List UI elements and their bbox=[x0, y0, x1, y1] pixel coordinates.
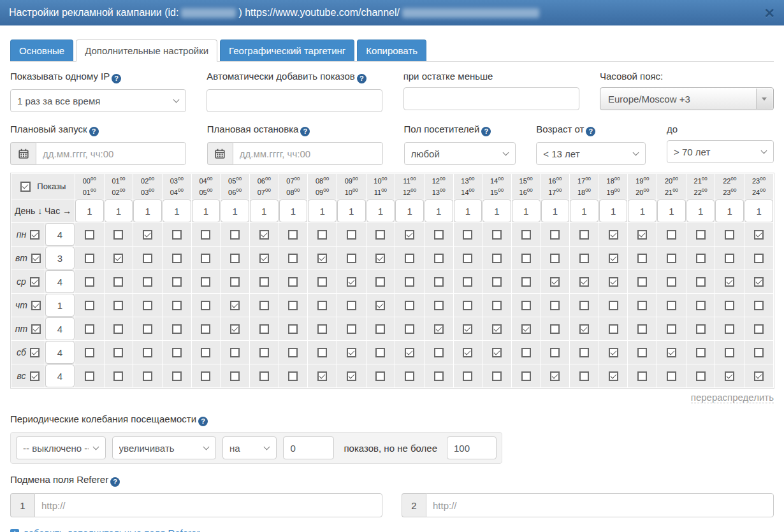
hour-checkbox[interactable] bbox=[143, 301, 152, 310]
hour-checkbox[interactable] bbox=[550, 371, 560, 381]
hour-checkbox[interactable] bbox=[434, 371, 444, 381]
hour-checkbox[interactable] bbox=[347, 324, 356, 334]
hour-checkbox[interactable] bbox=[405, 254, 414, 263]
hour-checkbox[interactable] bbox=[85, 301, 94, 310]
planned-stop-input[interactable] bbox=[233, 142, 383, 165]
hour-checkbox[interactable] bbox=[375, 348, 385, 357]
hour-default-input[interactable] bbox=[337, 199, 366, 222]
hour-checkbox[interactable] bbox=[85, 324, 94, 334]
hour-checkbox[interactable] bbox=[637, 371, 647, 381]
hour-checkbox[interactable] bbox=[637, 348, 647, 357]
hour-checkbox[interactable] bbox=[201, 324, 210, 334]
hour-checkbox[interactable] bbox=[579, 371, 589, 381]
hour-checkbox[interactable] bbox=[696, 230, 706, 240]
hour-checkbox[interactable] bbox=[201, 230, 210, 240]
day-shows-input[interactable] bbox=[45, 341, 75, 364]
hour-checkbox[interactable] bbox=[85, 254, 94, 263]
age-from-select[interactable]: < 13 лет bbox=[536, 142, 646, 165]
fluctuation-max-input[interactable] bbox=[447, 436, 497, 459]
hour-checkbox[interactable] bbox=[288, 301, 298, 310]
hour-checkbox[interactable] bbox=[521, 230, 531, 240]
fluctuation-unit-select[interactable]: на bbox=[222, 436, 277, 459]
day-shows-input[interactable] bbox=[45, 270, 75, 293]
hour-checkbox[interactable] bbox=[259, 348, 269, 357]
help-icon[interactable]: ? bbox=[481, 127, 491, 136]
hour-checkbox[interactable] bbox=[201, 348, 210, 357]
timezone-select[interactable]: Europe/Moscow +3 bbox=[600, 87, 774, 110]
hour-checkbox[interactable] bbox=[696, 348, 706, 357]
help-icon[interactable]: ? bbox=[300, 127, 310, 136]
hour-checkbox[interactable] bbox=[463, 230, 472, 240]
hour-default-input[interactable] bbox=[308, 199, 337, 222]
hour-checkbox[interactable] bbox=[375, 371, 385, 381]
day-shows-input[interactable] bbox=[45, 247, 75, 270]
hour-checkbox[interactable] bbox=[85, 230, 94, 240]
hour-checkbox[interactable] bbox=[696, 324, 706, 334]
hour-checkbox[interactable] bbox=[375, 230, 385, 240]
hour-checkbox[interactable] bbox=[172, 301, 182, 310]
tab-main[interactable]: Основные bbox=[10, 40, 73, 61]
hour-checkbox[interactable] bbox=[637, 254, 647, 263]
hour-checkbox[interactable] bbox=[609, 324, 618, 334]
hour-checkbox[interactable] bbox=[667, 324, 676, 334]
fluctuation-amount-input[interactable] bbox=[283, 436, 334, 459]
hour-checkbox[interactable] bbox=[259, 254, 269, 263]
hour-checkbox[interactable] bbox=[230, 277, 240, 287]
redistribute-link[interactable]: перераспределить bbox=[691, 392, 774, 403]
hour-checkbox[interactable] bbox=[85, 348, 94, 357]
hour-checkbox[interactable] bbox=[317, 348, 327, 357]
tab-additional-settings[interactable]: Дополнительные настройки bbox=[76, 40, 217, 62]
referer-input-1[interactable] bbox=[34, 493, 382, 517]
hour-checkbox[interactable] bbox=[725, 277, 734, 287]
hour-checkbox[interactable] bbox=[405, 301, 414, 310]
hour-checkbox[interactable] bbox=[347, 277, 356, 287]
hour-default-input[interactable] bbox=[454, 199, 483, 222]
hour-checkbox[interactable] bbox=[317, 301, 327, 310]
hour-checkbox[interactable] bbox=[405, 277, 414, 287]
hour-checkbox[interactable] bbox=[667, 348, 676, 357]
hour-checkbox[interactable] bbox=[405, 348, 414, 357]
hour-checkbox[interactable] bbox=[637, 230, 647, 240]
hour-checkbox[interactable] bbox=[113, 230, 123, 240]
hour-checkbox[interactable] bbox=[375, 324, 385, 334]
hour-checkbox[interactable] bbox=[609, 230, 618, 240]
hour-checkbox[interactable] bbox=[288, 324, 298, 334]
hour-checkbox[interactable] bbox=[317, 230, 327, 240]
help-icon[interactable]: ? bbox=[110, 477, 120, 487]
hour-checkbox[interactable] bbox=[85, 277, 94, 287]
hour-checkbox[interactable] bbox=[143, 230, 152, 240]
hour-checkbox[interactable] bbox=[754, 301, 764, 310]
hour-checkbox[interactable] bbox=[375, 301, 385, 310]
hour-checkbox[interactable] bbox=[463, 348, 472, 357]
hour-checkbox[interactable] bbox=[347, 348, 356, 357]
hour-checkbox[interactable] bbox=[579, 277, 589, 287]
hour-checkbox[interactable] bbox=[347, 254, 356, 263]
hour-checkbox[interactable] bbox=[579, 348, 589, 357]
hour-checkbox[interactable] bbox=[463, 371, 472, 381]
hour-default-input[interactable] bbox=[192, 199, 221, 222]
hour-checkbox[interactable] bbox=[725, 324, 734, 334]
hour-checkbox[interactable] bbox=[172, 348, 182, 357]
hour-checkbox[interactable] bbox=[667, 230, 676, 240]
hour-checkbox[interactable] bbox=[550, 230, 560, 240]
hour-checkbox[interactable] bbox=[637, 324, 647, 334]
hour-checkbox[interactable] bbox=[375, 254, 385, 263]
hour-default-input[interactable] bbox=[367, 199, 395, 222]
gender-select[interactable]: любой bbox=[404, 142, 516, 165]
hour-checkbox[interactable] bbox=[463, 277, 472, 287]
shows-master-checkbox[interactable] bbox=[20, 182, 31, 192]
hour-checkbox[interactable] bbox=[259, 371, 269, 381]
hour-checkbox[interactable] bbox=[609, 277, 618, 287]
hour-default-input[interactable] bbox=[163, 199, 191, 222]
hour-checkbox[interactable] bbox=[725, 301, 734, 310]
hour-checkbox[interactable] bbox=[637, 301, 647, 310]
hour-checkbox[interactable] bbox=[143, 324, 152, 334]
age-to-select[interactable]: > 70 лет bbox=[667, 140, 774, 163]
hour-checkbox[interactable] bbox=[521, 277, 531, 287]
hour-checkbox[interactable] bbox=[259, 277, 269, 287]
hour-checkbox[interactable] bbox=[230, 230, 240, 240]
hour-checkbox[interactable] bbox=[667, 371, 676, 381]
hour-checkbox[interactable] bbox=[754, 371, 764, 381]
hour-checkbox[interactable] bbox=[317, 277, 327, 287]
hour-checkbox[interactable] bbox=[521, 254, 531, 263]
